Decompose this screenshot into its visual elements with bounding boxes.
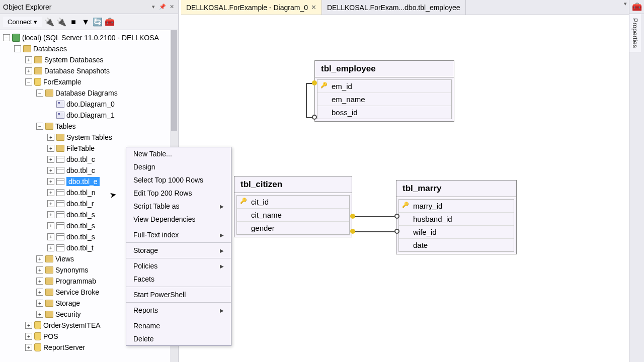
menu-separator (126, 302, 231, 303)
expander-icon[interactable]: − (36, 123, 43, 130)
table-icon (56, 211, 64, 218)
expander-icon[interactable]: + (25, 322, 32, 329)
expander-icon[interactable]: + (36, 255, 43, 262)
menu-script-table-as[interactable]: Script Table as▶ (126, 200, 231, 213)
expander-icon[interactable]: + (47, 167, 54, 174)
diagram-table-citizen[interactable]: tbl_citizen cit_id cit_name gender (234, 176, 352, 237)
system-databases-node[interactable]: +System Databases (0, 54, 178, 65)
expander-icon[interactable]: + (36, 289, 43, 296)
menu-rename[interactable]: Rename (126, 319, 231, 332)
expander-icon[interactable]: + (47, 222, 54, 229)
disconnect-icon[interactable]: 🔌 (57, 18, 66, 27)
forexample-db-node[interactable]: −ForExample (0, 76, 178, 87)
column-wife-id[interactable]: wife_id (399, 226, 514, 239)
properties-tab[interactable]: Properties (629, 14, 641, 52)
column-em-id[interactable]: em_id (317, 80, 451, 93)
properties-icon[interactable]: 🧰 (105, 18, 114, 27)
diagram-0-node[interactable]: dbo.Diagram_0 (0, 99, 178, 110)
menu-new-table[interactable]: New Table... (126, 147, 231, 160)
expander-icon[interactable]: + (36, 300, 43, 307)
connect-button[interactable]: Connect ▾ (3, 17, 42, 27)
expander-icon[interactable]: + (25, 67, 32, 74)
tab-diagram-0[interactable]: DELLKOSAL.ForExample - Diagram_0✕ (181, 0, 322, 15)
menu-separator (126, 258, 231, 258)
expander-icon[interactable]: + (47, 200, 54, 207)
menu-fulltext-index[interactable]: Full-Text index▶ (126, 228, 231, 241)
expander-icon[interactable]: + (36, 278, 43, 285)
system-tables-node[interactable]: +System Tables (0, 132, 178, 143)
tabs-overflow-icon[interactable]: ▾ (622, 0, 629, 7)
expander-icon[interactable]: + (25, 333, 32, 340)
column-cit-id[interactable]: cit_id (237, 196, 349, 209)
database-snapshots-node[interactable]: +Database Snapshots (0, 65, 178, 76)
expander-icon[interactable]: − (25, 78, 32, 85)
expander-icon[interactable]: + (47, 134, 54, 141)
databases-node[interactable]: −Databases (0, 43, 178, 54)
tab-tbl-employee[interactable]: DELLKOSAL.ForExam...dbo.tbl_employee (322, 0, 466, 15)
expander-icon[interactable]: − (14, 45, 21, 52)
menu-policies[interactable]: Policies▶ (126, 259, 231, 273)
column-boss-id[interactable]: boss_id (317, 106, 451, 119)
expander-icon[interactable]: + (47, 156, 54, 163)
expander-icon[interactable]: + (47, 244, 54, 251)
toolbox-icon-button[interactable]: 🧰 (629, 0, 644, 14)
column-cit-name[interactable]: cit_name (237, 209, 349, 222)
filter-icon[interactable]: ▼ (81, 18, 90, 27)
object-explorer-header: Object Explorer ▾ 📌 ✕ (0, 0, 178, 14)
main-pane: DELLKOSAL.ForExample - Diagram_0✕ DELLKO… (181, 0, 629, 362)
table-icon (56, 178, 64, 185)
diagram-table-employee[interactable]: tbl_employee em_id em_name boss_id (314, 60, 454, 122)
relation-key-icon (312, 80, 317, 85)
column-gender[interactable]: gender (237, 222, 349, 234)
folder-icon (34, 67, 42, 74)
pin-icon[interactable]: 📌 (159, 4, 166, 11)
server-root-node[interactable]: −(local) (SQL Server 11.0.2100 - DELLKOS… (0, 32, 178, 43)
expander-icon[interactable]: − (36, 89, 43, 97)
column-marry-id[interactable]: marry_id (399, 200, 514, 213)
relation-key-icon (350, 229, 355, 234)
menu-design[interactable]: Design (126, 160, 231, 173)
dropdown-icon[interactable]: ▾ (150, 4, 157, 11)
diagram-1-node[interactable]: dbo.Diagram_1 (0, 110, 178, 121)
menu-delete[interactable]: Delete (126, 332, 231, 345)
refresh-icon[interactable]: 🔄 (93, 18, 102, 27)
menu-view-dependencies[interactable]: View Dependencies (126, 213, 231, 226)
menu-facets[interactable]: Facets (126, 273, 231, 286)
expander-icon[interactable]: + (47, 233, 54, 240)
object-explorer-toolbar: Connect ▾ 🔌 🔌 ■ ▼ 🔄 🧰 (0, 14, 178, 30)
column-em-name[interactable]: em_name (317, 93, 451, 106)
column-husband-id[interactable]: husband_id (399, 213, 514, 226)
menu-select-top-1000[interactable]: Select Top 1000 Rows (126, 173, 231, 187)
expander-icon[interactable]: + (47, 189, 54, 196)
close-tab-icon[interactable]: ✕ (311, 4, 316, 11)
expander-icon[interactable]: + (25, 56, 32, 63)
diagram-canvas[interactable]: tbl_employee em_id em_name boss_id tbl_c… (181, 15, 621, 362)
close-icon[interactable]: ✕ (168, 4, 175, 11)
scrollbar-thumb[interactable] (171, 30, 177, 131)
expander-icon[interactable]: − (3, 34, 10, 41)
menu-edit-top-200[interactable]: Edit Top 200 Rows (126, 187, 231, 200)
menu-start-powershell[interactable]: Start PowerShell (126, 288, 231, 301)
diagram-table-marry[interactable]: tbl_marry marry_id husband_id wife_id da… (396, 180, 517, 254)
object-explorer-title: Object Explorer (3, 3, 51, 11)
tables-node[interactable]: −Tables (0, 121, 178, 132)
expander-icon[interactable]: + (25, 344, 32, 351)
menu-storage[interactable]: Storage▶ (126, 244, 231, 257)
database-diagrams-node[interactable]: −Database Diagrams (0, 87, 178, 99)
folder-icon (34, 56, 42, 63)
connect-object-icon[interactable]: 🔌 (45, 18, 54, 27)
expander-icon[interactable]: + (47, 145, 54, 152)
expander-icon[interactable]: + (47, 211, 54, 218)
stop-icon[interactable]: ■ (69, 18, 78, 27)
menu-separator (126, 287, 231, 287)
folder-icon (45, 300, 53, 307)
menu-reports[interactable]: Reports▶ (126, 304, 231, 317)
database-icon (34, 78, 41, 86)
column-date[interactable]: date (399, 239, 514, 251)
chevron-right-icon: ▶ (220, 248, 224, 253)
expander-icon[interactable]: + (47, 178, 54, 185)
expander-icon[interactable]: + (36, 311, 43, 318)
table-icon (56, 233, 64, 240)
expander-icon[interactable]: + (36, 266, 43, 274)
relation-end-icon (312, 115, 317, 120)
